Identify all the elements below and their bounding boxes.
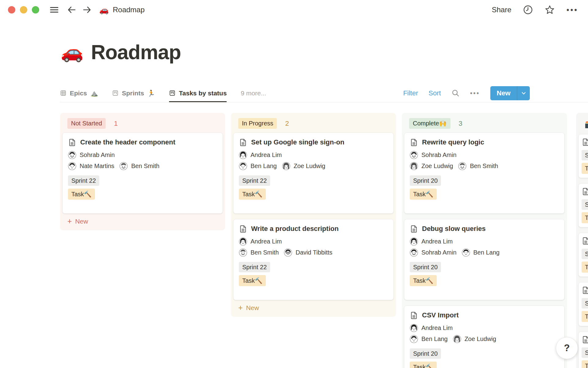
sprint-badge: Sprint <box>582 199 588 210</box>
column-header: Not Started1 <box>62 115 223 133</box>
board-icon <box>169 90 175 96</box>
assignees-row: Andrea Lim <box>239 237 388 246</box>
tab-sprints[interactable]: Sprints 🏃 <box>112 84 155 102</box>
person-name: Andrea Lim <box>421 238 453 245</box>
star-favorite-icon[interactable] <box>545 5 555 15</box>
card-title-row <box>582 335 588 344</box>
add-card-label: New <box>246 304 259 312</box>
card-title: Write a product description <box>251 224 339 233</box>
tab-tasks-by-status[interactable]: Tasks by status <box>169 84 227 102</box>
task-card[interactable]: SprintTask <box>579 134 588 178</box>
assignees-row: Nate MartinsBen Smith <box>68 162 217 170</box>
column-cards: SprintTaskSprintTaskSprintTaskSprintTask… <box>579 134 588 368</box>
person-chip: Andrea Lim <box>239 151 282 159</box>
assignees-row: Sohrab Amin <box>68 151 217 159</box>
person-chip: Sohrab Amin <box>410 151 457 159</box>
status-badge[interactable]: In Progress <box>238 118 277 129</box>
sprint-badge: Sprint 22 <box>239 175 270 186</box>
task-badge-row: Task🔨 <box>410 359 559 368</box>
board-column: Not Started1Create the header componentS… <box>60 113 225 230</box>
mountain-emoji: ⛰️ <box>90 90 98 97</box>
assignees-row: Ben LangZoe Ludwig <box>410 335 559 343</box>
sprint-badge: Sprint 22 <box>68 175 99 186</box>
card-title: Debug slow queries <box>422 224 486 233</box>
person-name: Zoe Ludwig <box>465 335 496 343</box>
sprint-badge-row: Sprint <box>582 196 588 210</box>
assignees-row: Ben LangZoe Ludwig <box>239 162 388 170</box>
person-chip: Zoe Ludwig <box>453 335 496 343</box>
sprint-badge-row: Sprint 22 <box>239 257 388 272</box>
new-button-label[interactable]: New <box>490 86 517 100</box>
avatar <box>410 237 418 246</box>
add-card-button[interactable]: +New <box>233 300 394 314</box>
help-button[interactable]: ? <box>556 337 578 359</box>
column-count: 1 <box>114 120 118 128</box>
clock-history-icon[interactable] <box>523 5 533 15</box>
chevron-down-icon[interactable] <box>517 86 530 100</box>
task-card[interactable]: Create the header componentSohrab AminNa… <box>62 133 223 213</box>
sprint-badge-row: Sprint 20 <box>410 343 559 359</box>
person-chip: Ben Smith <box>119 162 159 170</box>
person-name: Sohrab Amin <box>421 249 457 256</box>
task-card[interactable]: CSV ImportAndrea LimBen LangZoe LudwigSp… <box>404 306 564 368</box>
more-options-icon[interactable]: ••• <box>567 6 578 14</box>
person-name: Andrea Lim <box>251 238 282 245</box>
filter-button[interactable]: Filter <box>403 89 418 97</box>
sidebar-toggle-icon[interactable] <box>50 6 59 13</box>
avatar <box>410 151 418 159</box>
status-badge[interactable]: Not Started <box>67 118 106 129</box>
avatar <box>68 151 76 159</box>
task-card[interactable]: SprintTask <box>579 332 588 368</box>
view-options-icon[interactable]: ••• <box>470 89 480 97</box>
avatar <box>239 151 247 159</box>
sort-button[interactable]: Sort <box>428 89 441 97</box>
runner-emoji: 🏃 <box>147 90 155 97</box>
share-button[interactable]: Share <box>492 6 511 14</box>
task-type-badge: Task🔨 <box>410 189 437 200</box>
task-card[interactable]: SprintTask <box>579 233 588 277</box>
search-icon[interactable] <box>451 89 460 97</box>
zoom-window-button[interactable] <box>32 6 39 13</box>
more-tabs-button[interactable]: 9 more... <box>241 84 266 102</box>
page-icon <box>582 286 588 294</box>
card-title-row: CSV Import <box>410 311 559 320</box>
status-badge[interactable]: Complete🙌 <box>409 118 450 129</box>
task-type-badge: Task🔨 <box>68 189 95 200</box>
person-name: Andrea Lim <box>421 324 453 332</box>
avatar <box>282 162 290 170</box>
person-chip: Ben Lang <box>462 248 500 257</box>
tab-label: Tasks by status <box>179 90 227 97</box>
page-emoji[interactable]: 🚗 <box>61 43 84 61</box>
add-card-button[interactable]: +New <box>62 213 223 228</box>
task-type-badge: Task <box>582 212 588 223</box>
person-name: Sohrab Amin <box>80 151 115 159</box>
page-icon <box>239 225 247 233</box>
view-tabs-bar: Epics ⛰️ Sprints 🏃 Tasks by status 9 mor… <box>60 84 588 102</box>
close-window-button[interactable] <box>8 6 15 13</box>
task-card[interactable]: Rewrite query logicSohrab AminZoe Ludwig… <box>404 133 564 213</box>
avatar <box>410 324 418 332</box>
task-card[interactable]: Debug slow queriesAndrea LimSohrab AminB… <box>404 219 564 300</box>
back-icon[interactable] <box>67 6 76 14</box>
task-card[interactable]: Set up Google single sign-onAndrea LimBe… <box>233 133 394 213</box>
card-title: CSV Import <box>422 311 459 320</box>
status-badge[interactable]: 🗃️ <box>583 118 588 130</box>
page-icon <box>582 138 588 146</box>
sprint-badge-row: Sprint 20 <box>410 257 559 272</box>
task-card[interactable]: SprintTask <box>579 282 588 326</box>
task-card[interactable]: SprintTask <box>579 184 588 227</box>
person-name: Ben Lang <box>473 249 500 256</box>
avatar <box>284 248 292 257</box>
minimize-window-button[interactable] <box>20 6 27 13</box>
sprint-badge-row: Sprint 22 <box>68 170 217 186</box>
avatar <box>239 237 247 246</box>
sprint-badge-row: Sprint 20 <box>410 170 559 186</box>
sprint-badge: Sprint <box>582 347 588 358</box>
person-chip: Andrea Lim <box>410 324 453 332</box>
forward-icon[interactable] <box>83 6 91 14</box>
task-card[interactable]: Write a product descriptionAndrea LimBen… <box>233 219 394 300</box>
tab-epics[interactable]: Epics ⛰️ <box>60 84 98 102</box>
avatar <box>458 162 466 170</box>
new-button[interactable]: New <box>490 86 530 100</box>
task-badge-row: Task🔨 <box>68 186 217 200</box>
